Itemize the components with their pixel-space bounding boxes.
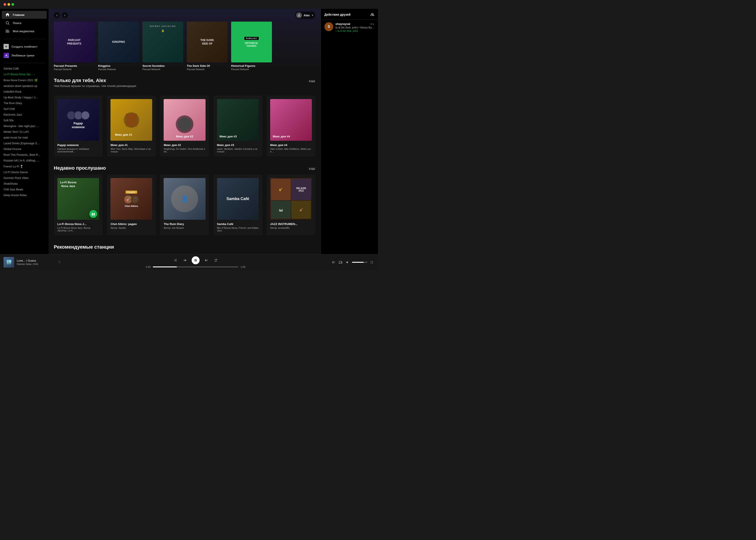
next-button[interactable]: [203, 257, 209, 263]
recently-lofi-card[interactable]: Lo-Fi BossaNova Jazz ▮▮ Lo-Fi Bossa Nova…: [54, 175, 102, 235]
recently-samba-card[interactable]: Samba Café Samba Café Mix of Bossa Nova,…: [213, 175, 262, 235]
nav-forward-button[interactable]: ›: [62, 12, 68, 18]
playlist-label: Up Beat Study / Happy / J...: [4, 96, 38, 99]
liked-songs-button[interactable]: ♥ Любимые треки: [4, 52, 45, 59]
create-playlist-button[interactable]: + Создать плейлист: [4, 43, 45, 51]
queue-button[interactable]: [331, 260, 336, 265]
card-desc: Sam Cohen, Mac DeMarco, Allah-Las и ...: [270, 148, 312, 153]
playlist-item-laced-drinks[interactable]: Laced Drinks (Espionage S...: [4, 141, 45, 146]
play-pause-button[interactable]: [191, 256, 199, 264]
podcast-card-kingpins[interactable]: KINGPINS Kingpins Parcast Network: [98, 22, 139, 70]
friend-item-shayrayval[interactable]: S shayrayval 3 ч. la di die (feat. jxdn)…: [321, 20, 378, 35]
podcast-subtitle: Parcast Network: [143, 68, 183, 70]
friend-track-link[interactable]: ♪ la di die (feat. jxdn): [335, 30, 374, 32]
podcast-title: Historical Figures: [231, 64, 272, 68]
fullscreen-button[interactable]: [11, 3, 14, 6]
sidebar-item-search[interactable]: Поиск: [2, 19, 47, 27]
playlist-item-indie-brit[interactable]: Indie/Brit Rock: [4, 89, 45, 95]
playlist-label: Electronic Jazz: [4, 113, 22, 116]
user-menu[interactable]: Alex ▼: [295, 11, 315, 19]
player-bar: 🏙️ Love... I Guess Damien Sebe, CHG ♡: [0, 254, 378, 270]
sidebar-item-home[interactable]: Главная: [2, 11, 47, 19]
podcast-subtitle: Parcast Network: [187, 68, 228, 70]
playlist-item-windows-down[interactable]: windows down speakers up: [4, 83, 45, 89]
podcast-card-historical-figures[interactable]: PARCAST HISTORICALFIGURES Historical Fig…: [231, 22, 272, 70]
volume-icon[interactable]: [345, 260, 350, 265]
minimize-button[interactable]: [8, 3, 10, 6]
for-you-see-more[interactable]: ЕЩЕ: [309, 80, 315, 82]
svg-rect-4: [7, 29, 8, 33]
playlist-label: Indie/Brit Rock: [4, 90, 21, 93]
playlist-item-surf-chill[interactable]: Surf Chill: [4, 106, 45, 112]
volume-bar[interactable]: [352, 262, 367, 263]
close-button[interactable]: [4, 3, 6, 6]
friends-header: Действия друзей: [321, 9, 378, 20]
card-title: Микс дня #1: [110, 143, 152, 147]
playlist-item-russian-lofi[interactable]: Russian lofi | lo-fi, chillhop, ...: [4, 158, 45, 164]
for-you-section: Только для тебя, Alex Чем больше музыки …: [54, 78, 315, 156]
card-desc: wüsh, Idealism, Jaeden Camstra и не толь…: [217, 148, 259, 153]
playlist-label: Summer Rock Vibes: [4, 177, 29, 180]
mix2-card[interactable]: Микс дня #2 Микс дня #2 Degiheugi, DJ Va…: [160, 95, 209, 156]
mix4-badge-text: Микс дня #4: [273, 135, 290, 138]
playlist-item-summer-rock[interactable]: Summer Rock Vibes: [4, 175, 45, 181]
playlist-item-winter-term[interactable]: Winter Term '21 LoFi: [4, 129, 45, 135]
playlist-item-samba-cafe[interactable]: Samba Café: [4, 66, 45, 71]
playlist-item-lofi-electo[interactable]: LO-FI Electo Dance: [4, 169, 45, 175]
svg-rect-2: [6, 30, 6, 33]
playlist-item-rock-this[interactable]: Rock This Presents...Best R...: [4, 152, 45, 158]
like-track-button[interactable]: ♡: [58, 260, 61, 264]
previous-button[interactable]: [182, 257, 188, 263]
sidebar-item-library[interactable]: Моя медиатека: [2, 27, 47, 35]
recently-jazz-card[interactable]: 🎷 RELAXINJAZZ 🎹 🎸 JAZZ INSTRUMEN... Авто…: [267, 175, 315, 235]
playlist-item-shakshuka[interactable]: ShakShuka: [4, 181, 45, 187]
friends-find-icon[interactable]: [370, 12, 374, 17]
podcast-title: Kingpins: [98, 64, 139, 68]
time-total: 1:33: [241, 266, 249, 268]
recommended-stations-section: Рекомендуемые станции: [54, 244, 315, 250]
playlist-label: Surf Chill: [4, 107, 15, 110]
playlist-item-moonglow[interactable]: Moonglow - late night jazz ...: [4, 123, 45, 129]
mix4-card[interactable]: Микс дня #4 Микс дня #4 Sam Cohen, Mac D…: [267, 95, 315, 156]
podcast-subtitle: Parcast Network: [231, 68, 272, 70]
mix3-card[interactable]: Микс дня #3 Микс дня #3 wüsh, Idealism, …: [213, 95, 262, 156]
podcast-card-dark-side[interactable]: THE DARKSIDE OF The Dark Side Of Parcast…: [187, 22, 228, 70]
chet-radio-badge: РАДИО: [125, 191, 137, 194]
playlist-item-electronic-jazz[interactable]: Electronic Jazz: [4, 112, 45, 118]
nav-back-button[interactable]: ‹: [54, 12, 60, 18]
player-right-controls: [330, 260, 374, 265]
svg-point-7: [299, 14, 300, 15]
playlist-item-global-groove[interactable]: Global Groove: [4, 146, 45, 152]
repeat-button[interactable]: [213, 257, 219, 263]
playlist-label: windows down speakers up: [4, 84, 37, 87]
recently-rum-card[interactable]: 👤 The Rum Diary Автор: Joe Busam: [160, 175, 209, 235]
card-desc: Автор: Spotify: [110, 226, 152, 229]
playlist-label: Soft 50s: [4, 119, 14, 122]
playlist-item-upbeat-study[interactable]: Up Beat Study / Happy / J...: [4, 95, 45, 100]
sidebar-navigation: Главная Поиск Моя медиатека: [0, 9, 49, 37]
fullscreen-button[interactable]: [369, 260, 374, 265]
player-track-info: 🏙️ Love... I Guess Damien Sebe, CHG ♡: [4, 257, 61, 268]
playlist-item-french-lofi[interactable]: French Lo-Fi 🍷: [4, 164, 45, 169]
recently-chet-card[interactable]: РАДИО 🎸 🎵 Chet Atkins Chet Atkins: радио…: [107, 175, 156, 235]
playlist-label: Rock This Presents...Best R...: [4, 153, 40, 156]
playlist-item-quiet-road[interactable]: quiet music for road: [4, 135, 45, 141]
devices-button[interactable]: [338, 260, 343, 265]
playlist-item-bossa-covers[interactable]: Bosa Nova Covers 2021 🌿: [4, 77, 45, 83]
playlist-item-lofi-bossa[interactable]: Lo-Fi Bossa Nova Jaz... ♪: [4, 71, 45, 77]
playlist-item-soft-50s[interactable]: Soft 50s: [4, 118, 45, 123]
playlist-item-chill-jazz[interactable]: Chill Jazz Beats: [4, 187, 45, 192]
recently-played-see-more[interactable]: ЕЩЕ: [309, 168, 315, 170]
podcast-card-secret-societies[interactable]: SECRET SOCIETIES 🔒 ... Secret Societies …: [143, 22, 183, 70]
playing-indicator: ♪: [34, 73, 35, 76]
mix1-card[interactable]: Микс дня #1 Микс дня #1 Wun Two, Boris W…: [107, 95, 156, 156]
card-title: JAZZ INSTRUMEN...: [270, 222, 312, 226]
shuffle-button[interactable]: [172, 257, 179, 263]
podcast-title: Secret Societies: [143, 64, 183, 68]
playlist-item-deep-house[interactable]: Deep House Relax: [4, 192, 45, 198]
progress-bar[interactable]: [153, 266, 238, 267]
podcast-card-parcast-presents[interactable]: PARCASTPRESENTS Parcast Presents Parcast…: [54, 22, 95, 70]
radar-card[interactable]: Радарновинок Радар новинок Свежая музыка…: [54, 95, 102, 156]
secret-societies-subtitle-text: SECRET SOCIETIES: [150, 25, 176, 27]
playlist-item-rum-diary[interactable]: The Rum Diary: [4, 100, 45, 106]
